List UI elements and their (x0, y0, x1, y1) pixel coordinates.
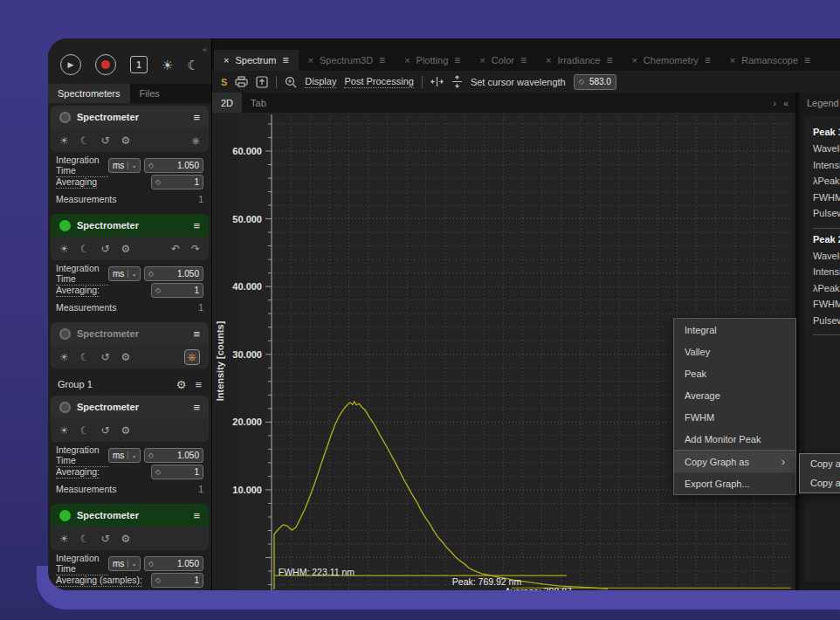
spinner-arrows-icon[interactable]: ◇ (148, 560, 154, 568)
hamburger-menu-icon[interactable]: ≡ (193, 219, 200, 232)
hamburger-menu-icon[interactable]: ≡ (520, 54, 527, 66)
cursor-wavelength-value[interactable]: 583.0 (589, 77, 611, 86)
hamburger-menu-icon[interactable]: ≡ (195, 378, 202, 391)
collapse-legend-icon[interactable]: « (783, 98, 788, 108)
field-value[interactable]: 1 (194, 467, 199, 477)
spectrometer-header[interactable]: Spectrometer≡ (51, 504, 209, 527)
spinner-arrows-icon[interactable]: ◇ (155, 468, 161, 476)
hamburger-menu-icon[interactable]: ≡ (804, 54, 810, 66)
sun-icon[interactable]: ☀ (59, 134, 69, 147)
moon-icon[interactable]: ☾ (80, 243, 90, 255)
hamburger-menu-icon[interactable]: ≡ (379, 54, 385, 66)
tab-plotting[interactable]: ×Plotting≡ (395, 50, 470, 71)
sun-icon[interactable]: ☀ (59, 351, 69, 363)
close-icon[interactable]: × (404, 55, 410, 65)
curve-undo-icon[interactable]: ↶ (171, 243, 180, 255)
legend-item[interactable]: Intensity (813, 157, 840, 174)
undo-icon[interactable]: ↺ (101, 243, 110, 255)
field-value[interactable]: 1 (194, 286, 199, 295)
zoom-icon[interactable] (285, 76, 297, 88)
legend-item[interactable]: FWHM (813, 189, 840, 206)
spinner-arrows-icon[interactable]: ◇ (148, 270, 154, 278)
helm-icon[interactable]: ⎈ (191, 134, 200, 147)
tab-ramanscope[interactable]: ×Ramanscope≡ (720, 50, 820, 71)
expand-right-icon[interactable]: › (773, 98, 776, 108)
menu-item-add-monitor-peak[interactable]: Add Monitor Peak (674, 428, 795, 450)
field-value[interactable]: 1.050 (177, 269, 199, 279)
spectrometer-header[interactable]: Spectrometer≡ (51, 214, 209, 237)
sidebar-tab-files[interactable]: Files (130, 84, 169, 103)
tab-spectrum[interactable]: ×Spectrum≡ (214, 50, 299, 71)
spinner-arrows-icon[interactable]: ◇ (155, 576, 161, 584)
value-spinner[interactable]: ◇1 (151, 175, 203, 189)
wheel-icon-active[interactable]: ⎈ (184, 349, 200, 365)
menu-item-export-graph[interactable]: Export Graph... (674, 472, 795, 494)
value-spinner[interactable]: ◇1 (151, 465, 203, 479)
unit-dropdown[interactable]: ms⌄ (108, 448, 141, 463)
hamburger-menu-icon[interactable]: ≡ (193, 111, 200, 124)
close-icon[interactable]: × (308, 55, 313, 65)
unit-dropdown[interactable]: ms⌄ (108, 556, 141, 571)
menu-item-valley[interactable]: Valley (674, 341, 795, 362)
export-icon[interactable] (256, 76, 268, 88)
menu-item-average[interactable]: Average (674, 384, 795, 406)
sun-icon[interactable]: ☀ (59, 533, 69, 545)
hamburger-menu-icon[interactable]: ≡ (606, 54, 612, 66)
view-tab-tab[interactable]: Tab (242, 93, 275, 113)
hamburger-menu-icon[interactable]: ≡ (454, 54, 460, 66)
field-value[interactable]: 1.050 (177, 161, 199, 170)
value-spinner[interactable]: ◇1.050 (144, 556, 203, 571)
unit-dropdown[interactable]: ms⌄ (108, 266, 141, 281)
legend-item[interactable]: Pulsewidth (813, 313, 840, 329)
gear-icon[interactable]: ⚙ (121, 424, 131, 437)
hamburger-menu-icon[interactable]: ≡ (283, 54, 289, 66)
legend-item[interactable]: Wavelength (813, 141, 840, 157)
print-icon[interactable] (235, 76, 248, 87)
spectrometer-header[interactable]: Spectrometer≡ (51, 396, 209, 418)
hamburger-menu-icon[interactable]: ≡ (705, 54, 711, 66)
field-value[interactable]: 1.050 (177, 559, 199, 568)
sidebar-tab-spectrometers[interactable]: Spectrometers (48, 84, 130, 103)
moon-icon[interactable]: ☾ (80, 134, 90, 147)
spinner-arrows-icon[interactable]: ◇ (155, 178, 161, 186)
spectrometer-header[interactable]: Spectrometer≡ (51, 106, 209, 128)
gear-icon[interactable]: ⚙ (121, 351, 131, 363)
menu-item-fwhm[interactable]: FWHM (674, 406, 795, 428)
cursor-wavelength-spinner[interactable]: ◇ 583.0 (574, 74, 616, 90)
legend-item[interactable]: Pulsewidth (813, 205, 840, 222)
field-value[interactable]: 1 (194, 177, 199, 187)
tab-color[interactable]: ×Color≡ (470, 50, 536, 71)
single-shot-icon[interactable]: 1 (130, 56, 148, 73)
legend-item[interactable]: FWHM (813, 296, 840, 313)
legend-item[interactable]: Intensity (813, 264, 840, 280)
sun-icon[interactable]: ☀ (59, 243, 69, 255)
hamburger-menu-icon[interactable]: ≡ (193, 509, 200, 522)
submenu-item-copy-as-png[interactable]: Copy as PNG (800, 473, 840, 493)
menu-item-integral[interactable]: Integral (674, 319, 795, 341)
dark-mode-icon[interactable]: ☾ (188, 59, 199, 72)
value-spinner[interactable]: ◇1.050 (144, 266, 203, 281)
spinner-arrows-icon[interactable]: ◇ (155, 286, 161, 294)
spinner-arrows-icon[interactable]: ◇ (148, 162, 154, 169)
view-tab-2d[interactable]: 2D (212, 93, 242, 113)
field-value[interactable]: 1 (194, 575, 199, 585)
moon-icon[interactable]: ☾ (80, 533, 90, 545)
gear-icon[interactable]: ⚙ (121, 134, 131, 147)
record-icon[interactable] (95, 54, 116, 75)
submenu-item-copy-as-svg[interactable]: Copy as SVG (800, 454, 840, 473)
close-icon[interactable]: × (730, 55, 735, 65)
sun-icon[interactable]: ☀ (59, 424, 69, 437)
curve-redo-icon[interactable]: ↷ (191, 243, 200, 255)
legend-item[interactable]: Wavelength (813, 248, 840, 265)
moon-icon[interactable]: ☾ (80, 424, 90, 437)
close-icon[interactable]: × (224, 55, 229, 65)
undo-icon[interactable]: ↺ (101, 424, 110, 437)
menu-item-peak[interactable]: Peak (674, 362, 795, 384)
spinner-arrows-icon[interactable]: ◇ (579, 78, 584, 86)
close-icon[interactable]: × (631, 55, 637, 65)
save-spectrum-button[interactable]: S (221, 77, 227, 87)
display-menu-button[interactable]: Display (305, 76, 336, 88)
menu-item-copy-graph-as[interactable]: Copy Graph as› (674, 450, 795, 472)
legend-item[interactable]: λPeak (813, 173, 840, 189)
gear-icon[interactable]: ⚙ (121, 243, 131, 255)
